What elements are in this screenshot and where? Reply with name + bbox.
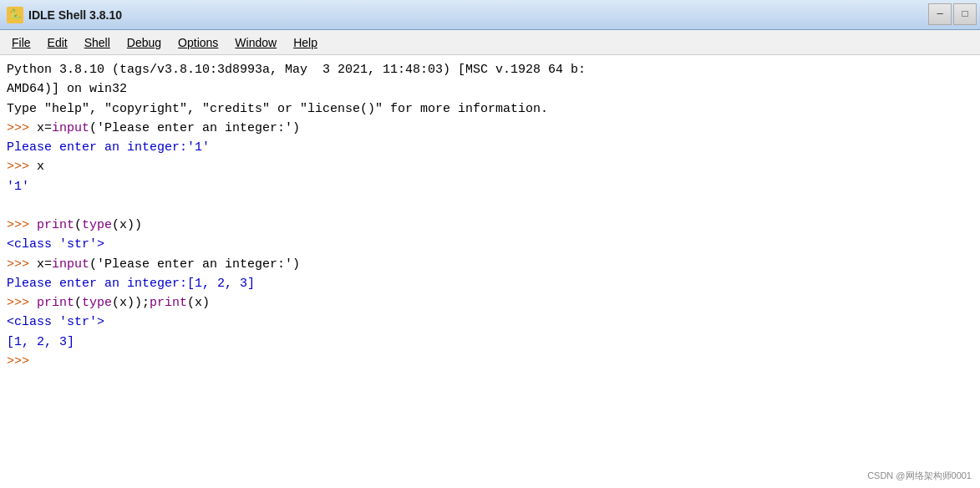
watermark: CSDN @网络架构师0001 — [867, 469, 972, 483]
menu-item-debug[interactable]: Debug — [119, 33, 170, 53]
shell-line: >>> print(type(x)) — [7, 216, 973, 235]
shell-output: >>> x=input('Please enter an integer:')P… — [7, 119, 973, 371]
app-icon: 🐍 — [7, 7, 23, 23]
menu-item-options[interactable]: Options — [170, 33, 226, 53]
menu-item-edit[interactable]: Edit — [39, 33, 76, 53]
shell-line: >>> x=input('Please enter an integer:') — [7, 119, 973, 138]
maximize-button[interactable]: □ — [953, 3, 977, 25]
menu-item-file[interactable]: File — [3, 33, 39, 53]
menu-item-shell[interactable]: Shell — [76, 33, 119, 53]
shell-line: >>> x — [7, 157, 973, 176]
shell-line: >>> x=input('Please enter an integer:') — [7, 255, 973, 274]
shell-line — [7, 196, 973, 216]
shell-line: [1, 2, 3] — [7, 333, 973, 352]
shell-line: <class 'str'> — [7, 313, 973, 332]
shell-area[interactable]: Python 3.8.10 (tags/v3.8.10:3d8993a, May… — [0, 55, 980, 488]
window-controls: — □ — [928, 3, 977, 25]
intro-line2: AMD64)] on win32 — [7, 79, 973, 99]
menu-item-window[interactable]: Window — [226, 33, 285, 53]
intro-line3: Type "help", "copyright", "credits" or "… — [7, 99, 973, 119]
shell-line: >>> — [7, 352, 973, 371]
window-title: IDLE Shell 3.8.10 — [28, 8, 122, 22]
shell-line: >>> print(type(x));print(x) — [7, 293, 973, 313]
intro-line1: Python 3.8.10 (tags/v3.8.10:3d8993a, May… — [7, 60, 973, 79]
shell-line: '1' — [7, 177, 973, 196]
shell-line: Please enter an integer:'1' — [7, 138, 973, 157]
shell-line: <class 'str'> — [7, 235, 973, 254]
title-bar: 🐍 IDLE Shell 3.8.10 — □ — [0, 0, 980, 30]
shell-line: Please enter an integer:[1, 2, 3] — [7, 274, 973, 293]
minimize-button[interactable]: — — [928, 3, 952, 25]
menu-item-help[interactable]: Help — [285, 33, 326, 53]
menu-bar: FileEditShellDebugOptionsWindowHelp — [0, 30, 980, 55]
